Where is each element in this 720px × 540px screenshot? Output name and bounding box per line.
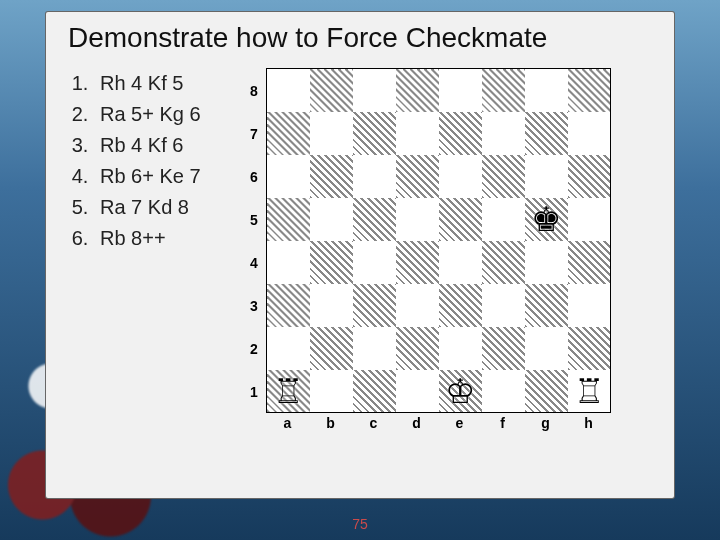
move-3: Rb 4 Kf 6	[94, 130, 238, 161]
square-d4	[396, 241, 439, 284]
square-f1	[482, 370, 525, 413]
rank-label-8: 8	[250, 69, 258, 112]
square-h2	[568, 327, 611, 370]
square-a8	[267, 69, 310, 112]
file-label-b: b	[309, 415, 352, 431]
square-g3	[525, 284, 568, 327]
square-h8	[568, 69, 611, 112]
file-label-g: g	[524, 415, 567, 431]
page-number: 75	[0, 516, 720, 532]
square-h3	[568, 284, 611, 327]
square-a7	[267, 112, 310, 155]
square-h6	[568, 155, 611, 198]
body-row: Rh 4 Kf 5Ra 5+ Kg 6Rb 4 Kf 6Rb 6+ Ke 7Ra…	[68, 68, 652, 431]
square-g8	[525, 69, 568, 112]
slide: Demonstrate how to Force Checkmate Rh 4 …	[0, 0, 720, 540]
square-h4	[568, 241, 611, 284]
square-g4	[525, 241, 568, 284]
rank-label-4: 4	[250, 241, 258, 284]
square-g1	[525, 370, 568, 413]
square-c1	[353, 370, 396, 413]
square-e7	[439, 112, 482, 155]
file-label-e: e	[438, 415, 481, 431]
square-c7	[353, 112, 396, 155]
square-f5	[482, 198, 525, 241]
file-labels: abcdefgh	[266, 415, 611, 431]
square-c6	[353, 155, 396, 198]
square-b2	[310, 327, 353, 370]
square-e4	[439, 241, 482, 284]
white-king-icon: ♔	[445, 374, 475, 408]
square-d2	[396, 327, 439, 370]
square-a3	[267, 284, 310, 327]
move-6: Rb 8++	[94, 223, 238, 254]
square-d8	[396, 69, 439, 112]
move-2: Ra 5+ Kg 6	[94, 99, 238, 130]
rank-label-5: 5	[250, 198, 258, 241]
rank-label-2: 2	[250, 327, 258, 370]
square-d1	[396, 370, 439, 413]
square-d6	[396, 155, 439, 198]
white-rook-a-icon: ♖	[273, 374, 303, 408]
move-4: Rb 6+ Ke 7	[94, 161, 238, 192]
square-b3	[310, 284, 353, 327]
rank-label-1: 1	[250, 370, 258, 413]
square-b8	[310, 69, 353, 112]
square-e6	[439, 155, 482, 198]
square-c8	[353, 69, 396, 112]
square-g6	[525, 155, 568, 198]
rank-label-3: 3	[250, 284, 258, 327]
square-c2	[353, 327, 396, 370]
square-a6	[267, 155, 310, 198]
square-f7	[482, 112, 525, 155]
square-h5	[568, 198, 611, 241]
square-c4	[353, 241, 396, 284]
white-rook-h-icon: ♖	[574, 374, 604, 408]
chessboard: ♚♖♔♖	[266, 68, 611, 413]
slide-title: Demonstrate how to Force Checkmate	[68, 22, 652, 54]
square-h7	[568, 112, 611, 155]
square-b7	[310, 112, 353, 155]
black-king-icon: ♚	[531, 202, 561, 236]
file-label-c: c	[352, 415, 395, 431]
file-label-a: a	[266, 415, 309, 431]
square-f3	[482, 284, 525, 327]
square-g2	[525, 327, 568, 370]
rank-label-6: 6	[250, 155, 258, 198]
square-c5	[353, 198, 396, 241]
square-a4	[267, 241, 310, 284]
square-g5: ♚	[525, 198, 568, 241]
square-g7	[525, 112, 568, 155]
square-b4	[310, 241, 353, 284]
square-e1: ♔	[439, 370, 482, 413]
square-h1: ♖	[568, 370, 611, 413]
square-e8	[439, 69, 482, 112]
square-e2	[439, 327, 482, 370]
square-b5	[310, 198, 353, 241]
square-e3	[439, 284, 482, 327]
file-label-h: h	[567, 415, 610, 431]
square-f4	[482, 241, 525, 284]
square-d3	[396, 284, 439, 327]
square-e5	[439, 198, 482, 241]
square-a5	[267, 198, 310, 241]
file-label-d: d	[395, 415, 438, 431]
square-b6	[310, 155, 353, 198]
square-f2	[482, 327, 525, 370]
move-1: Rh 4 Kf 5	[94, 68, 238, 99]
square-b1	[310, 370, 353, 413]
move-list: Rh 4 Kf 5Ra 5+ Kg 6Rb 4 Kf 6Rb 6+ Ke 7Ra…	[68, 68, 238, 431]
move-5: Ra 7 Kd 8	[94, 192, 238, 223]
square-f8	[482, 69, 525, 112]
square-f6	[482, 155, 525, 198]
square-a1: ♖	[267, 370, 310, 413]
file-label-f: f	[481, 415, 524, 431]
square-d7	[396, 112, 439, 155]
content-panel: Demonstrate how to Force Checkmate Rh 4 …	[46, 12, 674, 498]
chessboard-wrap: 87654321 ♚♖♔♖ abcdefgh	[266, 68, 611, 431]
rank-labels: 87654321	[250, 69, 258, 413]
square-c3	[353, 284, 396, 327]
square-d5	[396, 198, 439, 241]
rank-label-7: 7	[250, 112, 258, 155]
square-a2	[267, 327, 310, 370]
